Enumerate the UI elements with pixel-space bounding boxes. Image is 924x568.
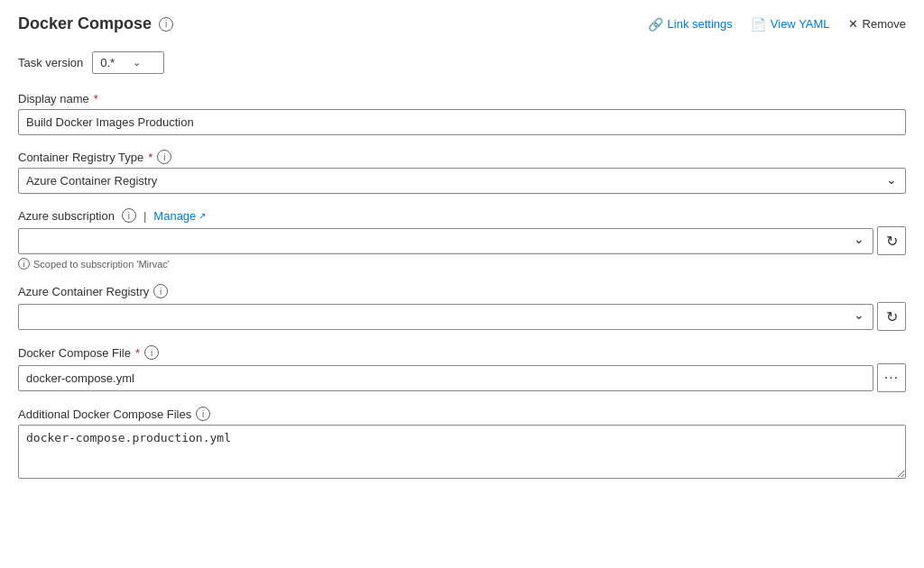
version-chevron-icon: ⌄ bbox=[133, 57, 141, 69]
azure-subscription-info-icon[interactable]: i bbox=[122, 208, 136, 223]
azure-subscription-select[interactable] bbox=[18, 228, 873, 254]
azure-subscription-label: Azure subscription bbox=[18, 209, 115, 223]
container-registry-type-select-container: Azure Container Registry Docker Hub Othe… bbox=[18, 168, 906, 194]
manage-link[interactable]: Manage ↗ bbox=[153, 209, 206, 223]
remove-button[interactable]: ✕ Remove bbox=[848, 17, 906, 31]
title-area: Docker Compose i bbox=[18, 14, 173, 33]
manage-label: Manage bbox=[153, 209, 196, 223]
docker-compose-file-required: * bbox=[135, 346, 140, 360]
task-version-label: Task version bbox=[18, 56, 83, 69]
docker-compose-file-input-row: ··· bbox=[18, 363, 906, 392]
refresh-icon: ↻ bbox=[886, 233, 898, 250]
docker-compose-file-info-icon[interactable]: i bbox=[144, 345, 159, 360]
title-info-icon[interactable]: i bbox=[159, 17, 173, 32]
link-settings-icon: 🔗 bbox=[648, 17, 663, 32]
manage-external-link-icon: ↗ bbox=[199, 211, 206, 221]
azure-subscription-select-wrapper: ↻ bbox=[18, 226, 906, 255]
azure-subscription-section: Azure subscription i | Manage ↗ ↻ i Scop… bbox=[18, 208, 906, 270]
display-name-section: Display name * bbox=[18, 92, 906, 135]
task-version-row: Task version 0.* ⌄ bbox=[18, 51, 906, 74]
remove-x-icon: ✕ bbox=[848, 17, 858, 31]
azure-container-registry-refresh-button[interactable]: ↻ bbox=[877, 302, 906, 331]
scoped-text-label: Scoped to subscription 'Mirvac' bbox=[33, 259, 170, 270]
container-registry-info-icon[interactable]: i bbox=[157, 150, 171, 164]
display-name-input[interactable] bbox=[18, 109, 906, 135]
container-registry-type-section: Container Registry Type * i Azure Contai… bbox=[18, 150, 906, 194]
azure-subscription-refresh-button[interactable]: ↻ bbox=[877, 226, 906, 255]
azure-container-registry-select-container bbox=[18, 304, 873, 330]
additional-docker-compose-files-section: Additional Docker Compose Files i bbox=[18, 407, 906, 481]
additional-docker-compose-info-icon[interactable]: i bbox=[196, 407, 210, 421]
link-settings-label: Link settings bbox=[668, 17, 733, 31]
link-settings-button[interactable]: 🔗 Link settings bbox=[648, 17, 733, 32]
display-name-required: * bbox=[94, 92, 98, 105]
scoped-info-icon: i bbox=[18, 258, 30, 270]
container-registry-refresh-icon: ↻ bbox=[886, 308, 898, 325]
remove-label: Remove bbox=[863, 17, 906, 31]
azure-container-registry-label: Azure Container Registry i bbox=[18, 284, 906, 298]
azure-container-registry-select-wrapper: ↻ bbox=[18, 302, 906, 331]
page-header: Docker Compose i 🔗 Link settings 📄 View … bbox=[18, 14, 906, 33]
container-registry-type-label: Container Registry Type * i bbox=[18, 150, 906, 164]
ellipsis-icon: ··· bbox=[884, 370, 899, 386]
view-yaml-label: View YAML bbox=[771, 17, 830, 31]
scoped-text: i Scoped to subscription 'Mirvac' bbox=[18, 258, 906, 270]
container-registry-type-select[interactable]: Azure Container Registry Docker Hub Othe… bbox=[18, 168, 906, 194]
additional-docker-compose-files-input[interactable] bbox=[18, 425, 906, 479]
azure-container-registry-section: Azure Container Registry i ↻ bbox=[18, 284, 906, 331]
view-yaml-button[interactable]: 📄 View YAML bbox=[751, 17, 830, 32]
view-yaml-icon: 📄 bbox=[751, 17, 766, 32]
azure-subscription-label-row: Azure subscription i | Manage ↗ bbox=[18, 208, 906, 223]
header-actions: 🔗 Link settings 📄 View YAML ✕ Remove bbox=[648, 17, 906, 32]
docker-compose-file-input[interactable] bbox=[18, 365, 873, 391]
docker-compose-file-browse-button[interactable]: ··· bbox=[877, 363, 906, 392]
task-version-value: 0.* bbox=[100, 56, 115, 69]
subscription-separator: | bbox=[143, 209, 146, 223]
azure-container-registry-select[interactable] bbox=[18, 304, 873, 330]
task-version-select[interactable]: 0.* ⌄ bbox=[92, 51, 164, 74]
docker-compose-file-section: Docker Compose File * i ··· bbox=[18, 345, 906, 392]
page-title: Docker Compose bbox=[18, 14, 152, 33]
additional-docker-compose-files-label: Additional Docker Compose Files i bbox=[18, 407, 906, 421]
container-registry-required: * bbox=[148, 151, 152, 164]
docker-compose-file-label: Docker Compose File * i bbox=[18, 345, 906, 360]
azure-subscription-select-container bbox=[18, 228, 873, 254]
azure-container-registry-info-icon[interactable]: i bbox=[153, 284, 168, 298]
display-name-label: Display name * bbox=[18, 92, 906, 105]
